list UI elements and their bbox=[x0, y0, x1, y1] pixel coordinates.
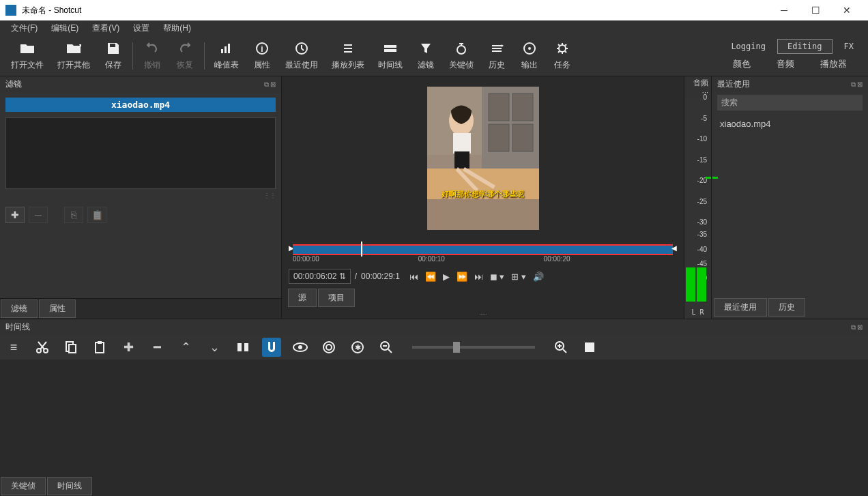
current-time[interactable]: 00:00:06:02 ⇅ bbox=[289, 269, 351, 284]
zoom-out-button[interactable] bbox=[377, 338, 396, 357]
drag-handle-icon[interactable]: ······ bbox=[479, 310, 487, 318]
save-button[interactable]: 保存 bbox=[97, 37, 130, 75]
zoom-slider[interactable] bbox=[412, 346, 535, 349]
grid-menu-button[interactable]: ⊞ ▾ bbox=[511, 272, 526, 282]
view-color[interactable]: 颜色 bbox=[721, 55, 763, 73]
player-controls: 00:00:06:02 ⇅ / 00:00:29:1 ⏮ ⏪ ▶ ⏩ ⏭ ◼ ▾… bbox=[282, 266, 684, 287]
zoom-menu-button[interactable]: ◼ ▾ bbox=[490, 272, 505, 282]
open-other-button[interactable]: ▾ 打开其他 bbox=[50, 37, 97, 75]
svg-text:▾: ▾ bbox=[79, 42, 81, 48]
svg-rect-22 bbox=[427, 199, 539, 230]
tab-logging[interactable]: Logging bbox=[721, 39, 776, 54]
snap-button[interactable] bbox=[262, 338, 281, 357]
timeline-tracks[interactable] bbox=[0, 360, 868, 476]
clock-icon bbox=[295, 40, 308, 57]
clip-name[interactable]: xiaodao.mp4 bbox=[5, 98, 276, 112]
tab-recent[interactable]: 最近使用 bbox=[714, 298, 767, 317]
minimize-button[interactable]: ─ bbox=[768, 0, 800, 20]
lift-button[interactable]: ⌃ bbox=[176, 338, 195, 357]
tab-fx[interactable]: FX bbox=[834, 39, 864, 54]
add-filter-button[interactable]: ✚ bbox=[5, 207, 25, 223]
volume-button[interactable]: 🔊 bbox=[533, 272, 544, 282]
svg-point-36 bbox=[323, 342, 334, 353]
undock-icon[interactable]: ⧉ bbox=[851, 323, 856, 332]
properties-button[interactable]: i 属性 bbox=[246, 37, 278, 75]
peak-meter-button[interactable]: 峰值表 bbox=[207, 37, 246, 75]
open-file-button[interactable]: 打开文件 bbox=[4, 37, 50, 75]
rewind-button[interactable]: ⏪ bbox=[425, 272, 436, 282]
recent-item[interactable]: xiaodao.mp4 bbox=[717, 116, 863, 132]
menu-settings[interactable]: 设置 bbox=[126, 21, 156, 35]
drag-handle-icon[interactable]: ⋮⋮ bbox=[263, 192, 276, 199]
menu-edit[interactable]: 编辑(E) bbox=[44, 21, 85, 35]
remove-filter-button[interactable]: ─ bbox=[29, 207, 48, 223]
playlist-button[interactable]: 播放列表 bbox=[325, 37, 371, 75]
keyframes-button[interactable]: 关键侦 bbox=[442, 37, 480, 75]
menu-file[interactable]: 文件(F) bbox=[4, 21, 44, 35]
jobs-button[interactable]: 任务 bbox=[546, 37, 579, 75]
scrub-button[interactable] bbox=[291, 338, 310, 357]
total-time: 00:00:29:1 bbox=[361, 272, 400, 281]
forward-button[interactable]: ⏩ bbox=[457, 272, 467, 282]
skip-end-button[interactable]: ⏭ bbox=[474, 272, 483, 282]
view-player[interactable]: 播放器 bbox=[808, 55, 859, 73]
undo-icon bbox=[145, 40, 159, 57]
funnel-icon bbox=[420, 40, 432, 57]
undo-button[interactable]: 撤销 bbox=[136, 37, 169, 75]
play-button[interactable]: ▶ bbox=[443, 272, 450, 282]
menu-view[interactable]: 查看(V) bbox=[85, 21, 126, 35]
tab-source[interactable]: 源 bbox=[288, 289, 317, 307]
tab-project[interactable]: 项目 bbox=[318, 289, 355, 307]
zoom-in-button[interactable] bbox=[551, 338, 570, 357]
player-panel: 好啊那你想学哪个哪些呢 ▶ ◀ 00:00:00 00:00:10 00:00:… bbox=[282, 76, 684, 319]
copy-filter-button[interactable]: ⎘ bbox=[64, 207, 83, 223]
remove-button[interactable]: ━ bbox=[147, 338, 167, 357]
undock-icon[interactable]: ⧉ bbox=[851, 81, 856, 89]
svg-point-37 bbox=[326, 345, 332, 350]
recent-button[interactable]: 最近使用 bbox=[278, 37, 325, 75]
timeline-button[interactable]: 时间线 bbox=[371, 37, 409, 75]
folder-icon bbox=[20, 40, 35, 57]
ripple-all-button[interactable]: ✱ bbox=[348, 338, 367, 357]
video-preview-area[interactable]: 好啊那你想学哪个哪些呢 bbox=[282, 76, 684, 240]
view-audio[interactable]: 音频 bbox=[764, 55, 807, 73]
paste-filter-button[interactable]: 📋 bbox=[87, 207, 106, 223]
close-panel-icon[interactable]: ⊠ bbox=[857, 323, 863, 332]
skip-start-button[interactable]: ⏮ bbox=[409, 272, 418, 282]
close-panel-icon[interactable]: ⊠ bbox=[270, 81, 276, 89]
timeline-menu-button[interactable]: ≡ bbox=[4, 338, 23, 357]
tab-properties[interactable]: 属性 bbox=[39, 300, 76, 318]
playhead[interactable] bbox=[361, 242, 362, 257]
tab-history-bottom[interactable]: 历史 bbox=[768, 298, 805, 317]
export-button[interactable]: 输出 bbox=[513, 37, 546, 75]
tab-keyframes-bottom[interactable]: 关键侦 bbox=[1, 477, 46, 495]
svg-rect-32 bbox=[237, 343, 242, 351]
undock-icon[interactable]: ⧉ bbox=[264, 81, 269, 89]
copy-button[interactable] bbox=[61, 338, 81, 357]
split-button[interactable] bbox=[233, 338, 252, 357]
ripple-button[interactable] bbox=[319, 338, 338, 357]
search-input[interactable]: 搜索 bbox=[717, 95, 863, 111]
append-button[interactable]: ✚ bbox=[119, 338, 138, 357]
out-marker-icon[interactable]: ◀ bbox=[671, 244, 677, 252]
folder-plus-icon: ▾ bbox=[66, 40, 81, 57]
svg-text:✱: ✱ bbox=[355, 343, 361, 351]
zoom-fit-button[interactable] bbox=[580, 338, 599, 357]
tab-filters[interactable]: 滤镜 bbox=[1, 300, 38, 318]
cut-button[interactable] bbox=[33, 338, 52, 357]
close-button[interactable]: ✕ bbox=[831, 0, 863, 20]
paste-button[interactable] bbox=[90, 338, 109, 357]
menu-help[interactable]: 帮助(H) bbox=[156, 21, 198, 35]
filters-button[interactable]: 滤镜 bbox=[409, 37, 442, 75]
zoom-handle[interactable] bbox=[453, 342, 460, 353]
tab-editing[interactable]: Editing bbox=[777, 39, 833, 54]
svg-rect-31 bbox=[98, 341, 102, 344]
redo-button[interactable]: 恢复 bbox=[169, 37, 201, 75]
list-icon bbox=[341, 40, 355, 57]
tab-timeline-bottom[interactable]: 时间线 bbox=[47, 477, 92, 495]
maximize-button[interactable]: ☐ bbox=[800, 0, 831, 20]
scrubber[interactable]: ▶ ◀ 00:00:00 00:00:10 00:00:20 bbox=[289, 243, 677, 263]
close-panel-icon[interactable]: ⊠ bbox=[857, 81, 863, 89]
overwrite-button[interactable]: ⌄ bbox=[205, 338, 224, 357]
history-button[interactable]: 历史 bbox=[480, 37, 513, 75]
